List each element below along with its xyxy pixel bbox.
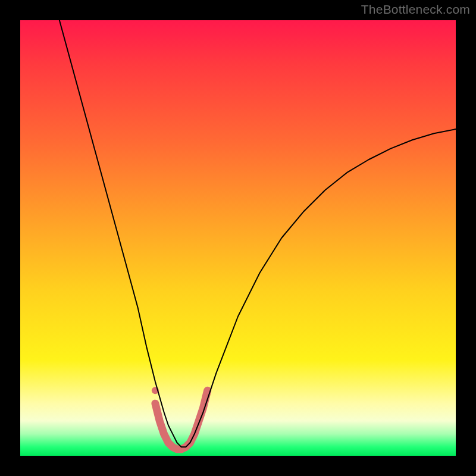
bottleneck-curve: [60, 20, 456, 447]
watermark-text: TheBottleneck.com: [361, 2, 470, 17]
chart-frame: TheBottleneck.com: [0, 0, 476, 476]
plot-area: [20, 20, 456, 456]
chart-svg: [20, 20, 456, 456]
